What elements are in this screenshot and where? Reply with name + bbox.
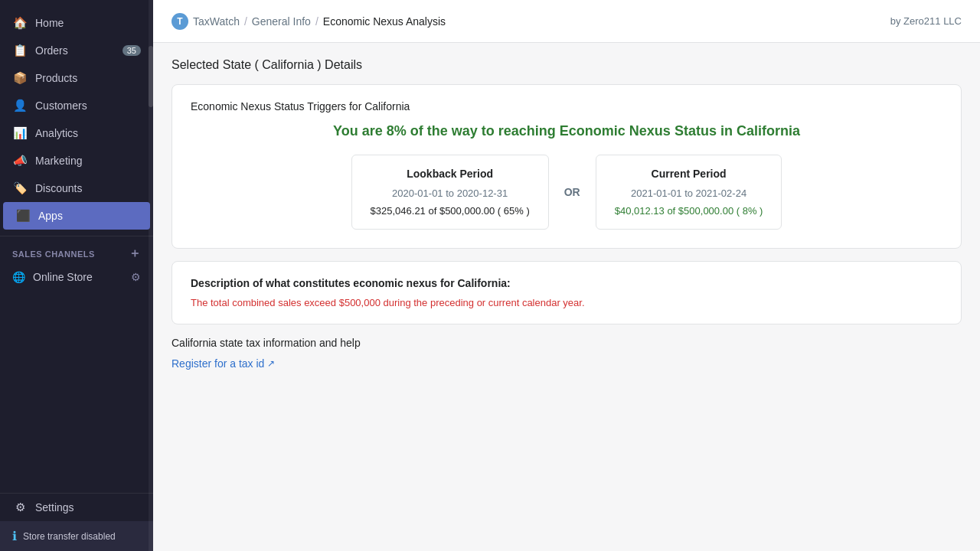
sidebar-item-customers[interactable]: 👤 Customers [0,92,153,119]
products-label: Products [35,72,77,84]
content-area: Selected State ( California ) Details Ec… [153,43,980,551]
breadcrumb-bar: T TaxWatch / General Info / Economic Nex… [153,0,980,43]
or-separator: OR [549,186,596,198]
description-card: Description of what constitutes economic… [172,261,962,324]
lookback-title: Lookback Period [371,168,530,180]
current-title: Current Period [615,168,763,180]
marketing-label: Marketing [35,155,82,167]
app-icon: T [172,13,188,30]
settings-item[interactable]: ⚙ Settings [0,494,153,521]
breadcrumb: T TaxWatch / General Info / Economic Nex… [172,13,446,30]
customers-icon: 👤 [12,98,28,113]
current-period-box: Current Period 2021-01-01 to 2021-02-24 … [596,155,782,230]
online-store-label: Online Store [33,271,93,283]
settings-label: Settings [35,501,74,514]
channel-item-online-store[interactable]: 🌐 Online Store ⚙ [0,265,153,289]
nexus-status-text: You are 8% of the way to reaching Econom… [191,123,942,139]
analytics-label: Analytics [35,127,78,139]
products-icon: 📦 [12,70,28,86]
sidebar-item-apps[interactable]: ⬛ Apps [3,202,150,230]
by-text: by Zero211 LLC [890,15,962,27]
sidebar: 🏠 Home 📋 Orders 35 📦 Products 👤 Customer… [0,0,153,551]
sidebar-bottom: ⚙ Settings ℹ Store transfer disabled [0,493,153,551]
triggers-card: Economic Nexus Status Triggers for Calif… [172,84,962,249]
sales-channels-section: SALES CHANNELS ＋ [0,236,153,265]
settings-icon: ⚙ [12,500,28,515]
apps-icon: ⬛ [15,208,31,223]
discounts-label: Discounts [35,182,82,194]
customers-label: Customers [35,99,87,112]
orders-label: Orders [35,44,68,57]
sep1: / [244,15,247,28]
sidebar-item-analytics[interactable]: 📊 Analytics [0,119,153,147]
lookback-amount: $325,046.21 of $500,000.00 ( 65% ) [371,205,530,217]
page-title: Selected State ( California ) Details [172,58,962,72]
current-amount: $40,012.13 of $500,000.00 ( 8% ) [615,205,763,217]
home-label: Home [35,17,64,29]
discounts-icon: 🏷️ [12,181,28,196]
description-text: The total combined sales exceed $500,000… [191,297,942,308]
analytics-icon: 📊 [12,126,28,141]
sidebar-item-discounts[interactable]: 🏷️ Discounts [0,174,153,202]
marketing-icon: 📣 [12,153,28,168]
sales-channels-label: SALES CHANNELS [12,249,95,259]
home-icon: 🏠 [12,15,28,31]
app-name[interactable]: TaxWatch [193,15,240,28]
triggers-title: Economic Nexus Status Triggers for Calif… [191,100,942,112]
help-title: California state tax information and hel… [172,337,962,349]
sidebar-nav: 🏠 Home 📋 Orders 35 📦 Products 👤 Customer… [0,0,153,236]
register-link-text: Register for a tax id [172,357,264,370]
breadcrumb-section[interactable]: General Info [252,15,311,28]
current-dates: 2021-01-01 to 2021-02-24 [615,187,763,199]
sidebar-item-products[interactable]: 📦 Products [0,64,153,92]
description-title: Description of what constitutes economic… [191,277,942,289]
online-store-icon: 🌐 [12,271,25,283]
sidebar-item-marketing[interactable]: 📣 Marketing [0,147,153,174]
breadcrumb-current: Economic Nexus Analysis [323,15,446,28]
periods-container: Lookback Period 2020-01-01 to 2020-12-31… [191,155,942,230]
help-section: California state tax information and hel… [172,337,962,370]
external-link-icon: ↗ [267,358,275,369]
lookback-period-box: Lookback Period 2020-01-01 to 2020-12-31… [351,155,549,230]
register-link[interactable]: Register for a tax id ↗ [172,357,275,370]
sep2: / [315,15,318,28]
main-content: T TaxWatch / General Info / Economic Nex… [153,0,980,551]
apps-label: Apps [38,210,63,222]
lookback-dates: 2020-01-01 to 2020-12-31 [371,187,530,199]
orders-icon: 📋 [12,43,28,58]
add-channel-icon[interactable]: ＋ [129,246,142,262]
store-transfer-label: Store transfer disabled [23,531,116,542]
orders-badge: 35 [122,45,141,56]
sidebar-item-home[interactable]: 🏠 Home [0,9,153,37]
info-icon: ℹ [12,529,17,543]
online-store-gear-icon[interactable]: ⚙ [131,271,141,283]
sidebar-item-orders[interactable]: 📋 Orders 35 [0,37,153,64]
store-transfer-banner[interactable]: ℹ Store transfer disabled [0,521,153,551]
